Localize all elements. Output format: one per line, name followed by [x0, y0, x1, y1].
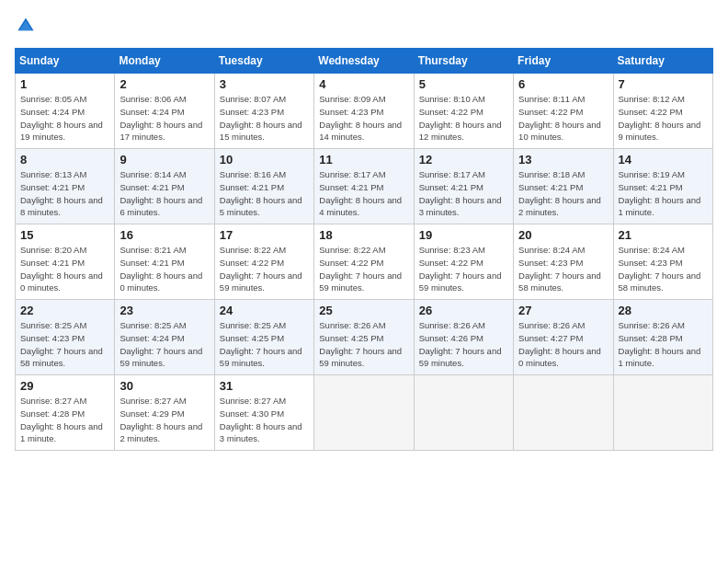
day-number: 28: [619, 304, 708, 317]
day-detail: Sunrise: 8:23 AMSunset: 4:22 PMDaylight:…: [419, 245, 502, 293]
day-cell-25: 25 Sunrise: 8:26 AMSunset: 4:25 PMDaylig…: [314, 300, 414, 375]
day-detail: Sunrise: 8:11 AMSunset: 4:22 PMDaylight:…: [518, 94, 601, 142]
day-number: 29: [20, 379, 109, 393]
day-number: 24: [220, 304, 309, 317]
day-detail: Sunrise: 8:09 AMSunset: 4:23 PMDaylight:…: [319, 94, 402, 142]
day-detail: Sunrise: 8:24 AMSunset: 4:23 PMDaylight:…: [518, 245, 601, 293]
col-header-tuesday: Tuesday: [214, 49, 313, 74]
calendar-table: SundayMondayTuesdayWednesdayThursdayFrid…: [15, 48, 713, 451]
day-number: 8: [20, 153, 109, 167]
day-number: 5: [419, 77, 508, 91]
day-detail: Sunrise: 8:06 AMSunset: 4:24 PMDaylight:…: [119, 94, 202, 142]
day-number: 23: [119, 304, 209, 317]
day-detail: Sunrise: 8:27 AMSunset: 4:30 PMDaylight:…: [220, 396, 302, 443]
day-number: 2: [119, 77, 209, 91]
day-cell-16: 16 Sunrise: 8:21 AMSunset: 4:21 PMDaylig…: [115, 224, 214, 300]
day-cell-7: 7 Sunrise: 8:12 AMSunset: 4:22 PMDayligh…: [613, 74, 712, 149]
day-number: 15: [20, 228, 109, 242]
day-cell-17: 17 Sunrise: 8:22 AMSunset: 4:22 PMDaylig…: [214, 224, 313, 300]
day-detail: Sunrise: 8:27 AMSunset: 4:29 PMDaylight:…: [119, 396, 202, 443]
day-cell-9: 9 Sunrise: 8:14 AMSunset: 4:21 PMDayligh…: [115, 149, 214, 224]
day-detail: Sunrise: 8:18 AMSunset: 4:21 PMDaylight:…: [518, 169, 601, 217]
day-cell-30: 30 Sunrise: 8:27 AMSunset: 4:29 PMDaylig…: [115, 375, 214, 451]
day-cell-12: 12 Sunrise: 8:17 AMSunset: 4:21 PMDaylig…: [414, 149, 513, 224]
calendar-week-4: 22 Sunrise: 8:25 AMSunset: 4:23 PMDaylig…: [16, 300, 713, 375]
empty-cell: [314, 375, 414, 451]
day-detail: Sunrise: 8:25 AMSunset: 4:23 PMDaylight:…: [20, 320, 103, 368]
day-cell-24: 24 Sunrise: 8:25 AMSunset: 4:25 PMDaylig…: [214, 300, 313, 375]
day-cell-11: 11 Sunrise: 8:17 AMSunset: 4:21 PMDaylig…: [314, 149, 414, 224]
day-detail: Sunrise: 8:10 AMSunset: 4:22 PMDaylight:…: [419, 94, 502, 142]
day-cell-4: 4 Sunrise: 8:09 AMSunset: 4:23 PMDayligh…: [314, 74, 414, 149]
col-header-friday: Friday: [514, 49, 613, 74]
day-number: 20: [518, 228, 608, 242]
day-cell-27: 27 Sunrise: 8:26 AMSunset: 4:27 PMDaylig…: [514, 300, 613, 375]
day-number: 1: [20, 77, 109, 91]
calendar-week-3: 15 Sunrise: 8:20 AMSunset: 4:21 PMDaylig…: [16, 224, 713, 300]
day-number: 21: [619, 228, 708, 242]
day-detail: Sunrise: 8:25 AMSunset: 4:25 PMDaylight:…: [220, 320, 302, 368]
calendar-week-1: 1 Sunrise: 8:05 AMSunset: 4:24 PMDayligh…: [16, 74, 713, 149]
empty-cell: [514, 375, 613, 451]
day-cell-10: 10 Sunrise: 8:16 AMSunset: 4:21 PMDaylig…: [214, 149, 313, 224]
day-number: 9: [119, 153, 209, 167]
day-number: 3: [220, 77, 309, 91]
day-cell-14: 14 Sunrise: 8:19 AMSunset: 4:21 PMDaylig…: [613, 149, 712, 224]
day-cell-5: 5 Sunrise: 8:10 AMSunset: 4:22 PMDayligh…: [414, 74, 513, 149]
calendar-week-5: 29 Sunrise: 8:27 AMSunset: 4:28 PMDaylig…: [16, 375, 713, 451]
day-number: 16: [119, 228, 209, 242]
day-detail: Sunrise: 8:17 AMSunset: 4:21 PMDaylight:…: [419, 169, 502, 217]
day-cell-3: 3 Sunrise: 8:07 AMSunset: 4:23 PMDayligh…: [214, 74, 313, 149]
day-detail: Sunrise: 8:26 AMSunset: 4:26 PMDaylight:…: [419, 320, 502, 368]
day-number: 14: [619, 153, 708, 167]
day-cell-23: 23 Sunrise: 8:25 AMSunset: 4:24 PMDaylig…: [115, 300, 214, 375]
col-header-wednesday: Wednesday: [314, 49, 414, 74]
day-detail: Sunrise: 8:12 AMSunset: 4:22 PMDaylight:…: [619, 94, 701, 142]
day-number: 19: [419, 228, 508, 242]
day-cell-1: 1 Sunrise: 8:05 AMSunset: 4:24 PMDayligh…: [16, 74, 115, 149]
day-cell-6: 6 Sunrise: 8:11 AMSunset: 4:22 PMDayligh…: [514, 74, 613, 149]
day-detail: Sunrise: 8:22 AMSunset: 4:22 PMDaylight:…: [220, 245, 302, 293]
day-detail: Sunrise: 8:26 AMSunset: 4:27 PMDaylight:…: [518, 320, 601, 368]
day-number: 13: [518, 153, 608, 167]
day-detail: Sunrise: 8:14 AMSunset: 4:21 PMDaylight:…: [119, 169, 202, 217]
col-header-thursday: Thursday: [414, 49, 513, 74]
day-detail: Sunrise: 8:20 AMSunset: 4:21 PMDaylight:…: [20, 245, 103, 293]
calendar-header-row: SundayMondayTuesdayWednesdayThursdayFrid…: [16, 49, 713, 74]
day-cell-31: 31 Sunrise: 8:27 AMSunset: 4:30 PMDaylig…: [214, 375, 313, 451]
calendar-week-2: 8 Sunrise: 8:13 AMSunset: 4:21 PMDayligh…: [16, 149, 713, 224]
day-number: 17: [220, 228, 309, 242]
day-detail: Sunrise: 8:19 AMSunset: 4:21 PMDaylight:…: [619, 169, 701, 217]
col-header-monday: Monday: [115, 49, 214, 74]
day-detail: Sunrise: 8:26 AMSunset: 4:25 PMDaylight:…: [319, 320, 402, 368]
day-detail: Sunrise: 8:16 AMSunset: 4:21 PMDaylight:…: [220, 169, 302, 217]
day-number: 30: [119, 379, 209, 393]
day-number: 4: [319, 77, 408, 91]
day-cell-22: 22 Sunrise: 8:25 AMSunset: 4:23 PMDaylig…: [16, 300, 115, 375]
page-header: [15, 15, 713, 37]
day-detail: Sunrise: 8:05 AMSunset: 4:24 PMDaylight:…: [20, 94, 103, 142]
day-cell-18: 18 Sunrise: 8:22 AMSunset: 4:22 PMDaylig…: [314, 224, 414, 300]
day-detail: Sunrise: 8:21 AMSunset: 4:21 PMDaylight:…: [119, 245, 202, 293]
day-detail: Sunrise: 8:22 AMSunset: 4:22 PMDaylight:…: [319, 245, 402, 293]
day-cell-19: 19 Sunrise: 8:23 AMSunset: 4:22 PMDaylig…: [414, 224, 513, 300]
day-cell-21: 21 Sunrise: 8:24 AMSunset: 4:23 PMDaylig…: [613, 224, 712, 300]
day-number: 7: [619, 77, 708, 91]
day-cell-28: 28 Sunrise: 8:26 AMSunset: 4:28 PMDaylig…: [613, 300, 712, 375]
col-header-sunday: Sunday: [16, 49, 115, 74]
day-number: 27: [518, 304, 608, 317]
logo-icon: [15, 15, 37, 37]
day-number: 31: [220, 379, 309, 393]
day-detail: Sunrise: 8:07 AMSunset: 4:23 PMDaylight:…: [220, 94, 302, 142]
day-number: 10: [220, 153, 309, 167]
day-detail: Sunrise: 8:27 AMSunset: 4:28 PMDaylight:…: [20, 396, 103, 443]
empty-cell: [414, 375, 513, 451]
day-number: 6: [518, 77, 608, 91]
day-detail: Sunrise: 8:13 AMSunset: 4:21 PMDaylight:…: [20, 169, 103, 217]
day-cell-8: 8 Sunrise: 8:13 AMSunset: 4:21 PMDayligh…: [16, 149, 115, 224]
day-cell-26: 26 Sunrise: 8:26 AMSunset: 4:26 PMDaylig…: [414, 300, 513, 375]
day-cell-2: 2 Sunrise: 8:06 AMSunset: 4:24 PMDayligh…: [115, 74, 214, 149]
day-detail: Sunrise: 8:26 AMSunset: 4:28 PMDaylight:…: [619, 320, 701, 368]
col-header-saturday: Saturday: [613, 49, 712, 74]
day-detail: Sunrise: 8:24 AMSunset: 4:23 PMDaylight:…: [619, 245, 701, 293]
